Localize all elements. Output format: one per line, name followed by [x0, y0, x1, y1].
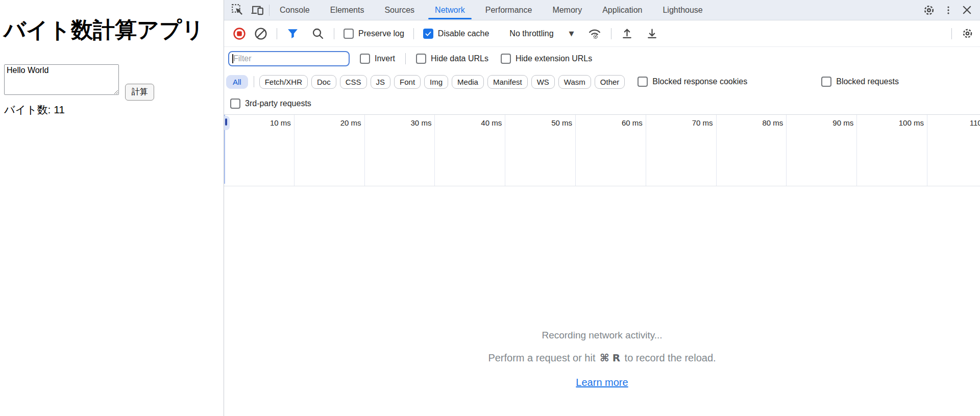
- page-title: バイト数計算アプリ: [4, 15, 204, 45]
- preserve-log-checkbox[interactable]: [344, 29, 354, 39]
- third-party-requests-label: 3rd-party requests: [245, 99, 311, 108]
- cmd-key: ⌘: [600, 352, 609, 364]
- text-caret: [232, 54, 233, 63]
- ruler-tick: 60 ms: [576, 115, 646, 186]
- tab-elements[interactable]: Elements: [320, 0, 375, 20]
- tab-application[interactable]: Application: [592, 0, 652, 20]
- tab-console[interactable]: Console: [270, 0, 320, 20]
- tab-performance[interactable]: Performance: [475, 0, 543, 20]
- tab-lighthouse[interactable]: Lighthouse: [652, 0, 713, 20]
- throttling-select[interactable]: No throttling ▼: [509, 29, 574, 38]
- app-page: バイト数計算アプリ Hello World 計算 バイト数: 11: [0, 0, 224, 416]
- chip-img[interactable]: Img: [424, 75, 448, 89]
- chip-wasm[interactable]: Wasm: [558, 75, 591, 89]
- network-empty-state: Recording network activity... Perform a …: [224, 186, 980, 416]
- close-devtools-icon[interactable]: [961, 4, 973, 16]
- third-party-requests-checkbox[interactable]: [230, 99, 240, 109]
- chip-other[interactable]: Other: [595, 75, 625, 89]
- ruler-tick: 40 ms: [435, 115, 505, 186]
- chip-font[interactable]: Font: [394, 75, 421, 89]
- chip-doc[interactable]: Doc: [311, 75, 336, 89]
- ruler-tick: 20 ms: [295, 115, 365, 186]
- device-toolbar-icon[interactable]: [251, 3, 265, 17]
- tab-sources[interactable]: Sources: [374, 0, 425, 20]
- hide-data-urls-label: Hide data URLs: [431, 54, 488, 63]
- filter-funnel-icon[interactable]: [286, 27, 299, 40]
- ruler-tick: 30 ms: [365, 115, 435, 186]
- preserve-log-label: Preserve log: [358, 29, 404, 38]
- byte-count-result: バイト数: 11: [4, 103, 65, 117]
- chip-css[interactable]: CSS: [340, 75, 367, 89]
- ruler-tick: 50 ms: [505, 115, 576, 186]
- tab-memory[interactable]: Memory: [542, 0, 592, 20]
- chip-all[interactable]: All: [226, 75, 248, 89]
- blocked-requests-checkbox[interactable]: [821, 77, 831, 87]
- blocked-response-cookies-label: Blocked response cookies: [652, 77, 747, 86]
- blocked-response-cookies-checkbox[interactable]: [638, 77, 648, 87]
- chip-media[interactable]: Media: [452, 75, 484, 89]
- chevron-down-icon: ▼: [569, 30, 574, 37]
- chip-divider: [254, 76, 254, 87]
- hide-data-urls-checkbox[interactable]: [416, 54, 426, 64]
- clear-network-log-icon[interactable]: [254, 27, 267, 40]
- invert-label: Invert: [375, 54, 395, 63]
- ruler-tick: 10 ms: [224, 115, 295, 186]
- kebab-menu-icon[interactable]: [943, 4, 954, 16]
- settings-gear-icon[interactable]: [922, 4, 936, 17]
- search-icon[interactable]: [311, 27, 325, 40]
- request-type-chips: AllFetch/XHRDocCSSJSFontImgMediaManifest…: [226, 75, 628, 89]
- chip-fetch-xhr[interactable]: Fetch/XHR: [259, 75, 308, 89]
- chip-js[interactable]: JS: [371, 75, 391, 89]
- ruler-cells: 10 ms20 ms30 ms40 ms50 ms60 ms70 ms80 ms…: [224, 115, 980, 186]
- ruler-tick: 70 ms: [646, 115, 717, 186]
- network-toolbar: Preserve log Disable cache No throttling…: [224, 20, 980, 47]
- network-filter-bar: Invert Hide data URLs Hide extension URL…: [224, 47, 980, 115]
- ruler-tick: 90 ms: [787, 115, 857, 186]
- hide-extension-urls-checkbox[interactable]: [501, 54, 511, 64]
- disable-cache-checkbox[interactable]: [423, 29, 433, 39]
- r-key: R: [612, 352, 620, 364]
- network-overview-ruler: 10 ms20 ms30 ms40 ms50 ms60 ms70 ms80 ms…: [224, 115, 980, 186]
- devtools-tab-strip: ConsoleElementsSourcesNetworkPerformance…: [270, 0, 713, 20]
- recording-activity-text: Recording network activity...: [224, 330, 980, 341]
- byte-count-textarea[interactable]: Hello World: [4, 64, 119, 95]
- learn-more-link[interactable]: Learn more: [576, 377, 628, 388]
- invert-checkbox[interactable]: [360, 54, 370, 64]
- overview-resize-grip[interactable]: [224, 116, 230, 130]
- devtools-panel: ConsoleElementsSourcesNetworkPerformance…: [224, 0, 980, 416]
- import-har-icon[interactable]: [621, 27, 633, 40]
- ruler-tick: 110 ms: [927, 115, 980, 186]
- export-har-icon[interactable]: [646, 27, 658, 40]
- overview-grip-bar: [225, 118, 227, 126]
- chip-ws[interactable]: WS: [531, 75, 555, 89]
- perform-request-hint: Perform a request or hit ⌘R to record th…: [224, 352, 980, 364]
- inspect-element-icon[interactable]: [231, 3, 244, 17]
- calc-button[interactable]: 計算: [125, 84, 154, 101]
- disable-cache-label: Disable cache: [438, 29, 489, 38]
- ruler-tick: 80 ms: [717, 115, 787, 186]
- network-settings-gear-icon[interactable]: [961, 27, 974, 40]
- record-network-log-icon[interactable]: [233, 27, 246, 40]
- blocked-requests-label: Blocked requests: [836, 77, 899, 86]
- ruler-tick: 100 ms: [857, 115, 927, 186]
- network-conditions-icon[interactable]: [587, 27, 602, 40]
- throttling-value: No throttling: [509, 29, 553, 38]
- devtools-tabbar: ConsoleElementsSourcesNetworkPerformance…: [224, 0, 980, 20]
- filter-input[interactable]: [228, 51, 350, 66]
- tab-network[interactable]: Network: [425, 0, 475, 20]
- hide-extension-urls-label: Hide extension URLs: [516, 54, 592, 63]
- chip-manifest[interactable]: Manifest: [487, 75, 528, 89]
